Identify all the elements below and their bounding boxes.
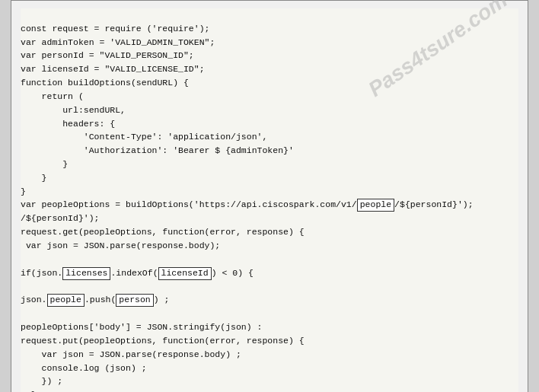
- code-line-15: /${personId}');: [21, 213, 100, 223]
- inline-people-top: people: [357, 199, 394, 212]
- code-line-23: peopleOptions['body'] = JSON.stringify(j…: [21, 322, 262, 332]
- inline-licenses: licenses: [62, 267, 110, 280]
- code-line-1: const request = require ('require');: [21, 24, 209, 33]
- code-line-16: request.get(peopleOptions, function(erro…: [21, 227, 305, 237]
- inline-people-bottom: people: [47, 294, 85, 307]
- code-line-6: return (: [21, 91, 84, 101]
- code-line-9: 'Content-Type': 'application/json',: [21, 132, 267, 142]
- code-line-18: [21, 254, 26, 264]
- code-line-2: var adminToken = 'VALID_ADMIN_TOKEN";: [21, 37, 215, 47]
- code-line-17: var json = JSON.parse(response.body);: [21, 241, 220, 250]
- code-line-14: var peopleOptions = buildOptions('https:…: [21, 199, 474, 209]
- code-line-13: }: [21, 186, 26, 196]
- code-line-26: console.log (json) ;: [21, 363, 147, 373]
- code-line-3: var personId = "VALID_PERSON_ID";: [21, 50, 194, 60]
- code-line-24: request.put(peopleOptions, function(erro…: [21, 336, 305, 346]
- code-line-22: [21, 308, 26, 318]
- inline-licenseId: licenseId: [158, 267, 212, 280]
- code-line-19: if(json.licenses.indexOf(licenseId) < 0)…: [21, 268, 254, 278]
- code-line-4: var licenseId = "VALID_LICENSE_ID";: [21, 64, 205, 74]
- main-container: Pass4tsure.com const request = require (…: [11, 0, 528, 392]
- code-line-5: function buildOptions(sendURL) {: [21, 78, 189, 88]
- code-line-27: }) ;: [21, 376, 62, 386]
- code-line-20: [21, 282, 26, 292]
- code-line-10: 'Authorization': 'Bearer $ {adminToken}': [21, 145, 294, 155]
- code-line-7: url:sendURL,: [21, 105, 126, 115]
- code-line-12: }: [21, 173, 47, 183]
- code-line-11: }: [21, 159, 68, 169]
- code-line-25: var json = JSON.parse(response.body) ;: [21, 349, 241, 359]
- inline-person: person: [116, 294, 153, 307]
- code-line-8: headers: {: [21, 119, 115, 129]
- code-line-21: json.people.push(person) ;: [21, 295, 170, 304]
- code-block: const request = require ('require'); var…: [21, 8, 518, 392]
